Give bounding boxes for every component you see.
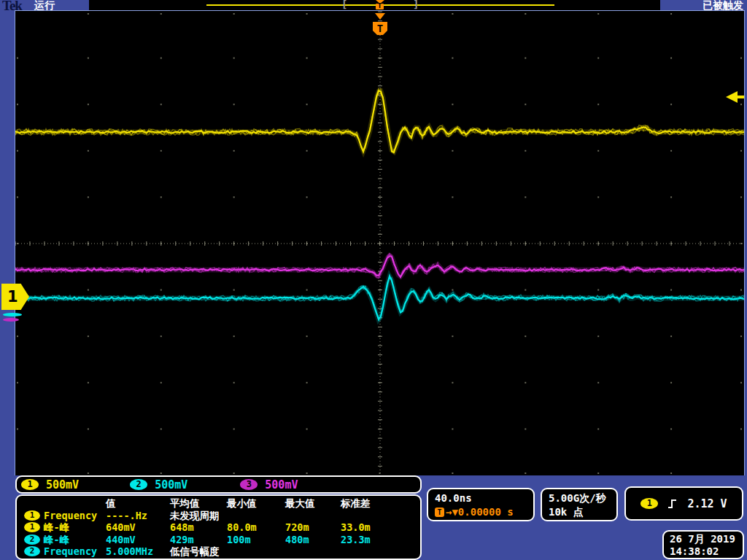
oscilloscope-screen: Tek 运行 [ ] T 已被触发 T 1 1 500mV 2 500mV 3 — [0, 0, 747, 560]
rising-edge-icon — [667, 498, 678, 510]
record-view-bar: [ ] T — [89, 0, 660, 10]
channel3-badge: 3 — [240, 479, 258, 490]
measurement-name: 峰-峰 — [44, 534, 69, 546]
measurement-note: 未发现周期 — [170, 510, 420, 522]
channel1-badge: 1 — [24, 510, 40, 521]
measurement-note: 低信号幅度 — [170, 545, 420, 558]
record-trigger-marker[interactable]: T — [375, 0, 384, 10]
trigger-t-icon: T — [435, 508, 444, 517]
trigger-t-icon: T — [376, 4, 384, 9]
graticule-display: T — [15, 10, 745, 475]
trigger-readout[interactable]: 1 2.12 V — [624, 486, 743, 521]
time-text: 14:38:02 — [670, 545, 743, 558]
channel-scale-bar[interactable]: 1 500mV 2 500mV 3 500mV — [15, 475, 422, 494]
trigger-source-badge: 1 — [640, 498, 658, 509]
measurement-row-label: 2 Frequency — [24, 545, 106, 558]
channel2-badge: 2 — [24, 534, 40, 545]
channel3-scale[interactable]: 3 500mV — [240, 478, 298, 491]
measurement-value: ----.Hz — [106, 510, 170, 522]
measurement-row-label: 1 峰-峰 — [24, 521, 106, 534]
record-length: 10k 点 — [549, 505, 616, 519]
measurement-stddev: 23.3m — [341, 534, 420, 546]
trigger-position-arrow-icon[interactable] — [375, 13, 385, 20]
channel2-badge: 2 — [130, 479, 147, 490]
col-header-value: 值 — [106, 497, 170, 510]
channel2-badge: 2 — [24, 546, 40, 556]
measurement-value: 5.000MHz — [106, 545, 170, 558]
measurement-min: 100m — [227, 534, 285, 546]
trigger-position-readout: T →▼0.00000 s — [435, 505, 533, 519]
measurement-mean: 648m — [170, 521, 227, 534]
measurement-max: 720m — [285, 521, 341, 534]
measurement-name: Frequency — [44, 545, 97, 558]
channel2-scale[interactable]: 2 500mV — [130, 478, 187, 491]
trigger-level-arrow[interactable] — [726, 91, 738, 103]
time-per-div: 40.0ns — [435, 491, 533, 505]
col-header-max: 最大值 — [285, 497, 341, 510]
measurement-panel: 值 平均值 最小值 最大值 标准差 1 Frequency ----.Hz 未发… — [15, 494, 422, 560]
measurement-name: 峰-峰 — [44, 521, 69, 534]
channel1-volts-per-div: 500mV — [46, 478, 79, 491]
top-status-bar: Tek 运行 [ ] T 已被触发 — [0, 0, 747, 11]
record-window-bracket-right: ] — [413, 0, 419, 10]
channel3-position-marker[interactable] — [3, 318, 19, 322]
date-text: 26 7月 2019 — [670, 533, 743, 545]
trigger-position-value: →▼0.00000 s — [446, 505, 514, 519]
measurement-name: Frequency — [44, 510, 97, 522]
measurement-header-spacer — [24, 497, 106, 510]
channel3-volts-per-div: 500mV — [265, 478, 298, 491]
waveform-canvas: T — [15, 11, 744, 475]
channel1-scale[interactable]: 1 500mV — [21, 478, 79, 491]
measurement-max: 480m — [285, 534, 341, 546]
measurement-stddev: 33.0m — [341, 521, 420, 534]
channel2-position-marker[interactable] — [3, 313, 22, 316]
record-window-bracket-left: [ — [341, 0, 347, 10]
sample-rate: 5.00G次/秒 — [549, 491, 616, 505]
measurement-row-label: 2 峰-峰 — [24, 534, 106, 546]
datetime-readout: 26 7月 2019 14:38:02 — [662, 530, 744, 559]
measurement-row-label: 1 Frequency — [24, 510, 106, 522]
measurement-value: 640mV — [106, 521, 170, 534]
measurement-value: 440mV — [106, 534, 170, 546]
acquisition-readout[interactable]: 5.00G次/秒 10k 点 — [541, 488, 618, 521]
channel2-volts-per-div: 500mV — [155, 478, 187, 491]
col-header-mean: 平均值 — [170, 497, 227, 510]
col-header-min: 最小值 — [227, 497, 285, 510]
trigger-t-icon: T — [377, 23, 383, 34]
measurement-mean: 429m — [170, 534, 227, 546]
col-header-stddev: 标准差 — [341, 497, 420, 510]
timebase-readout[interactable]: 40.0ns T →▼0.00000 s — [427, 488, 535, 521]
measurement-min: 80.0m — [227, 521, 285, 534]
channel1-badge: 1 — [24, 522, 40, 532]
trigger-level-value: 2.12 V — [687, 497, 727, 510]
channel1-badge: 1 — [21, 479, 39, 490]
